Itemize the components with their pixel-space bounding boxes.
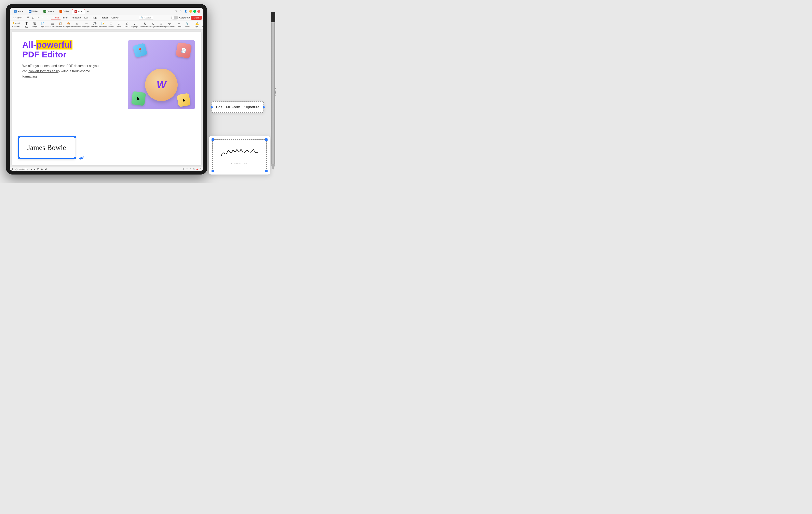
hand-tool[interactable]: ✋ Hand bbox=[11, 22, 21, 25]
select-label: Select bbox=[14, 26, 20, 28]
textbox-label: Textbox bbox=[108, 26, 114, 28]
edit-card-left-handle[interactable] bbox=[211, 106, 213, 108]
more-view-icon[interactable]: ⊡ bbox=[200, 168, 201, 170]
sig-corner-br bbox=[74, 157, 76, 159]
textbox-tool[interactable]: ☐ Textbox bbox=[107, 22, 115, 28]
replacements-tool[interactable]: ⟳ Replacements ▾ bbox=[166, 22, 173, 28]
text-tool[interactable]: T Text bbox=[23, 21, 30, 29]
layout-toggle-icon[interactable]: ⊞ bbox=[174, 9, 178, 13]
file-menu[interactable]: ≡ ≡ File ▾ bbox=[11, 16, 24, 20]
annex-icon: 📎 bbox=[185, 22, 189, 25]
draw-icon: ✏ bbox=[178, 22, 180, 25]
signature-box: James Bowie ✒ bbox=[18, 137, 75, 159]
close-button[interactable] bbox=[197, 10, 200, 13]
shape-label: Shape ▾ bbox=[116, 26, 122, 28]
menu-convert[interactable]: Convert bbox=[110, 16, 121, 20]
next-page-icon[interactable]: ▶ bbox=[41, 168, 43, 170]
scene: ⌂ Home W Writer S Sheets S Slides bbox=[2, 2, 282, 181]
menu-protect[interactable]: Protect bbox=[99, 16, 109, 20]
stamp-label: stamp ▾ bbox=[202, 26, 203, 28]
menu-insert[interactable]: Insert bbox=[61, 16, 70, 20]
tab-sheets[interactable]: S Sheets bbox=[41, 9, 56, 13]
highlight-label: Highlight ▾ bbox=[82, 26, 91, 28]
stamp-tool[interactable]: 🔏 stamp ▾ bbox=[202, 22, 203, 28]
file-dropdown-icon: ▾ bbox=[22, 17, 23, 19]
note-tool[interactable]: 🗒 Note ▾ bbox=[124, 22, 131, 28]
menu-bar: ≡ ≡ File ▾ 💾 🖨 ↩ ↪ ··· Home Insert bbox=[10, 15, 203, 21]
cooperate-toggle[interactable] bbox=[171, 16, 178, 20]
underline-icon: U̲ bbox=[144, 22, 146, 25]
instruction-tool[interactable]: 📝 Instruction bbox=[99, 22, 107, 28]
record-icon[interactable]: ⏺ bbox=[196, 168, 198, 170]
undo-icon[interactable]: ↩ bbox=[36, 16, 39, 20]
select-tool[interactable]: ↖ Select bbox=[11, 25, 21, 28]
cooperate-area: Cooperate Share bbox=[171, 16, 202, 20]
last-page-icon[interactable]: ▶| bbox=[45, 168, 47, 170]
prev-page-icon[interactable]: ◀ bbox=[34, 168, 35, 170]
image-icon: 🖼 bbox=[33, 22, 36, 25]
draw-tool[interactable]: ✏ Draw bbox=[176, 22, 183, 28]
file-menu-label: ≡ File bbox=[15, 17, 21, 19]
highlight-tool[interactable]: ✏ Highlight ▾ bbox=[83, 22, 90, 28]
edit-card: Edit、Fill Form、Signature bbox=[211, 101, 264, 113]
tab-writer[interactable]: W Writer bbox=[26, 9, 40, 13]
background-icon: 🎨 bbox=[67, 22, 70, 25]
image-tool[interactable]: 🖼 Image bbox=[31, 22, 38, 28]
first-page-icon[interactable]: |◀ bbox=[30, 168, 32, 170]
recycle-icon: ♻ bbox=[12, 168, 13, 170]
annotate-tool[interactable]: 💬 Annotate bbox=[91, 22, 98, 28]
fit-page-icon[interactable]: ⛶ bbox=[186, 168, 188, 170]
arrow-icon: ▲ bbox=[181, 97, 186, 103]
sig-corner-tl bbox=[18, 136, 20, 138]
share-button[interactable]: Share bbox=[191, 16, 202, 20]
sig-card: SIGNATURE bbox=[209, 136, 270, 175]
float-icon-document: 📄 bbox=[175, 42, 192, 58]
replacements-label: Replacements ▾ bbox=[163, 26, 176, 28]
dual-view-icon[interactable]: ⊞ bbox=[193, 168, 195, 170]
insert-symbol-tool[interactable]: Ω Insert Symbol ▾ bbox=[150, 22, 157, 28]
split-view-icon[interactable]: ⊟ bbox=[190, 168, 191, 170]
navigation-label: Navigation bbox=[19, 168, 28, 170]
cursor-icon: ↖ bbox=[12, 26, 14, 28]
edit-card-right-handle[interactable] bbox=[263, 106, 265, 108]
annotate-icon: 💬 bbox=[93, 22, 96, 25]
draw-label: Draw bbox=[177, 26, 181, 28]
toolbar-area: ≡ ≡ File ▾ 💾 🖨 ↩ ↪ ··· Home Insert bbox=[10, 15, 203, 30]
menu-annotate[interactable]: Annotate bbox=[70, 16, 82, 20]
redo-icon[interactable]: ↪ bbox=[41, 16, 45, 20]
tab-pdf[interactable]: P PDF bbox=[72, 9, 85, 14]
content-area: All-powerful PDF Editor We offer you a n… bbox=[10, 30, 203, 167]
body-link-text[interactable]: convert formats easily bbox=[28, 69, 60, 73]
sign-tool[interactable]: ✍ Sign ▾ bbox=[194, 22, 201, 28]
instruction-label: Instruction bbox=[99, 26, 107, 28]
menu-home[interactable]: Home bbox=[51, 16, 60, 20]
background-tool[interactable]: 🎨 Background ▾ bbox=[65, 22, 72, 28]
sign-label: Sign ▾ bbox=[195, 26, 200, 28]
tab-slides[interactable]: S Slides bbox=[57, 9, 72, 13]
shape-tool[interactable]: ⬡ Shape ▾ bbox=[116, 22, 123, 28]
minimize-button[interactable] bbox=[189, 10, 192, 13]
more-icon[interactable]: ··· bbox=[46, 16, 49, 20]
tab-home[interactable]: ⌂ Home bbox=[11, 9, 26, 13]
search-box[interactable]: 🔍 Search bbox=[139, 16, 153, 20]
new-tab-button[interactable]: + bbox=[85, 9, 90, 14]
menu-edit[interactable]: Edit bbox=[83, 16, 90, 20]
pen-icon: ✒ bbox=[77, 153, 87, 163]
page-info: 1/1 bbox=[37, 168, 40, 170]
highlight2-tool[interactable]: 🖍 Highlight ▾ bbox=[132, 22, 139, 28]
user-icon[interactable]: 👤 bbox=[183, 9, 188, 13]
annex-tool[interactable]: 📎 Annex bbox=[184, 22, 191, 28]
grid-view-icon[interactable]: ⊟ bbox=[179, 9, 182, 13]
sig-card-corner-bl bbox=[211, 170, 214, 172]
watermark-tool[interactable]: ◈ Watermark ▾ bbox=[73, 22, 81, 28]
save-icon[interactable]: 💾 bbox=[26, 16, 30, 20]
menu-page[interactable]: Page bbox=[90, 16, 99, 20]
maximize-button[interactable] bbox=[193, 10, 196, 13]
view-options-icon[interactable]: 👁 bbox=[182, 168, 184, 170]
highlight2-label: Highlight ▾ bbox=[131, 26, 140, 28]
tablet-screen: ⌂ Home W Writer S Sheets S Slides bbox=[10, 8, 203, 171]
pdf-hero-image: 📍 📄 ▶ ▲ W bbox=[128, 40, 195, 109]
print-icon[interactable]: 🖨 bbox=[31, 16, 35, 20]
header-footer-tool[interactable]: ▭ Header & Footer ▾ bbox=[49, 22, 56, 28]
navigation-toggle[interactable]: ◯ Navigation bbox=[15, 168, 28, 170]
